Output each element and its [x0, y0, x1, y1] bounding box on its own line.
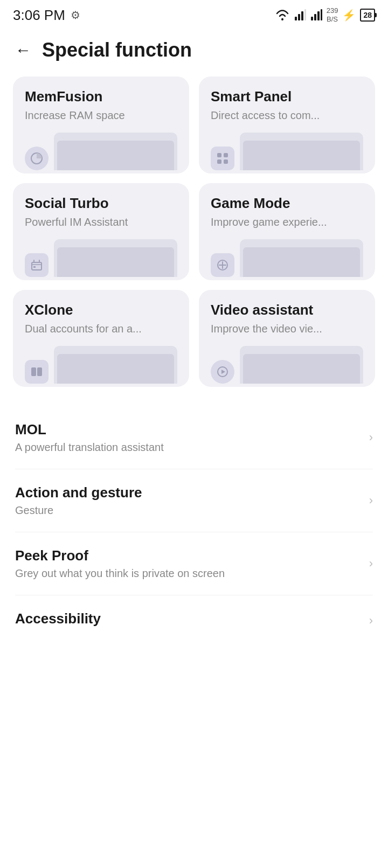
svg-rect-20: [37, 367, 42, 376]
social-turbo-icon: [25, 253, 48, 277]
status-right: 239B/S ⚡ 28: [275, 6, 375, 23]
video-assistant-subtitle: Improve the video vie...: [211, 323, 363, 335]
xclone-card[interactable]: XClone Dual accounts for an a...: [13, 290, 189, 387]
svg-rect-5: [311, 17, 313, 20]
list-section: MOL A powerful translation assistant › A…: [0, 406, 388, 645]
memfusion-preview: [54, 133, 177, 170]
video-assistant-illustration: [211, 346, 363, 384]
game-mode-icon: [211, 253, 234, 277]
game-mode-subtitle: Improve game experie...: [211, 216, 363, 228]
settings-icon: ⚙: [71, 9, 80, 22]
wifi-icon: [275, 9, 290, 21]
mol-chevron: ›: [369, 430, 373, 445]
peek-proof-subtitle: Grey out what you think is private on sc…: [15, 567, 369, 580]
video-assistant-card[interactable]: Video assistant Improve the video vie...: [199, 290, 375, 387]
status-bar: 3:06 PM ⚙ 239B/S ⚡ 28: [0, 0, 388, 28]
game-mode-preview: [240, 239, 363, 277]
svg-rect-6: [314, 14, 316, 20]
action-gesture-title: Action and gesture: [15, 484, 369, 501]
svg-rect-2: [298, 14, 300, 20]
svg-point-0: [281, 18, 283, 20]
smart-panel-illustration: [211, 133, 363, 170]
signal-icon-2: [310, 9, 322, 21]
page-header: ← Special function: [0, 28, 388, 77]
video-assistant-icon: [211, 360, 234, 384]
status-left: 3:06 PM ⚙: [13, 7, 80, 24]
svg-rect-4: [304, 9, 306, 20]
back-button[interactable]: ←: [15, 42, 31, 58]
mol-subtitle: A powerful translation assistant: [15, 441, 369, 454]
video-assistant-title: Video assistant: [211, 302, 363, 318]
smart-panel-preview: [240, 133, 363, 170]
page-title: Special function: [42, 39, 192, 61]
accessibility-title: Accessibility: [15, 610, 369, 627]
status-time: 3:06 PM: [13, 7, 65, 24]
memfusion-illustration: [25, 133, 177, 170]
social-turbo-preview: [54, 239, 177, 277]
xclone-title: XClone: [25, 302, 177, 318]
peek-proof-chevron: ›: [369, 557, 373, 571]
smart-panel-icon: [211, 147, 234, 170]
signal-icon: [294, 9, 306, 21]
svg-rect-10: [217, 153, 221, 157]
mol-title: MOL: [15, 421, 369, 438]
feature-cards-grid: MemFusion Increase RAM space Smart Panel…: [0, 77, 388, 406]
smart-panel-title: Smart Panel: [211, 88, 363, 105]
accessibility-list-item[interactable]: Accessibility ›: [15, 595, 373, 645]
svg-rect-7: [317, 11, 320, 20]
memfusion-icon: [25, 147, 48, 170]
memfusion-title: MemFusion: [25, 88, 177, 105]
peek-proof-title: Peek Proof: [15, 547, 369, 564]
svg-rect-19: [31, 367, 36, 376]
xclone-illustration: [25, 346, 177, 384]
peek-proof-list-item[interactable]: Peek Proof Grey out what you think is pr…: [15, 532, 373, 595]
game-mode-illustration: [211, 239, 363, 277]
svg-rect-11: [224, 153, 228, 157]
xclone-preview: [54, 346, 177, 384]
battery-indicator: 28: [360, 9, 375, 22]
smart-panel-subtitle: Direct access to com...: [211, 109, 363, 122]
xclone-icon: [25, 360, 48, 384]
video-assistant-preview: [240, 346, 363, 384]
social-turbo-title: Social Turbo: [25, 195, 177, 212]
game-mode-title: Game Mode: [211, 195, 363, 212]
svg-rect-12: [217, 159, 221, 164]
mol-list-item[interactable]: MOL A powerful translation assistant ›: [15, 406, 373, 469]
smart-panel-card[interactable]: Smart Panel Direct access to com...: [199, 77, 375, 173]
battery-level: 28: [363, 11, 372, 19]
action-gesture-subtitle: Gesture: [15, 504, 369, 517]
svg-rect-8: [321, 9, 322, 20]
svg-rect-13: [224, 159, 228, 164]
svg-rect-15: [33, 266, 36, 268]
memfusion-card[interactable]: MemFusion Increase RAM space: [13, 77, 189, 173]
charging-icon: ⚡: [342, 9, 356, 22]
data-speed: 239B/S: [327, 6, 338, 23]
social-turbo-subtitle: Powerful IM Assistant: [25, 216, 177, 228]
action-gesture-list-item[interactable]: Action and gesture Gesture ›: [15, 469, 373, 532]
action-gesture-content: Action and gesture Gesture: [15, 484, 369, 517]
svg-rect-14: [32, 262, 41, 270]
accessibility-chevron: ›: [369, 614, 373, 628]
xclone-subtitle: Dual accounts for an a...: [25, 323, 177, 335]
game-mode-card[interactable]: Game Mode Improve game experie...: [199, 183, 375, 280]
peek-proof-content: Peek Proof Grey out what you think is pr…: [15, 547, 369, 580]
svg-marker-22: [221, 370, 225, 374]
action-gesture-chevron: ›: [369, 494, 373, 508]
svg-rect-3: [301, 11, 303, 20]
memfusion-subtitle: Increase RAM space: [25, 109, 177, 122]
social-turbo-illustration: [25, 239, 177, 277]
svg-rect-1: [295, 17, 297, 20]
accessibility-content: Accessibility: [15, 610, 369, 630]
mol-content: MOL A powerful translation assistant: [15, 421, 369, 454]
social-turbo-card[interactable]: Social Turbo Powerful IM Assistant: [13, 183, 189, 280]
